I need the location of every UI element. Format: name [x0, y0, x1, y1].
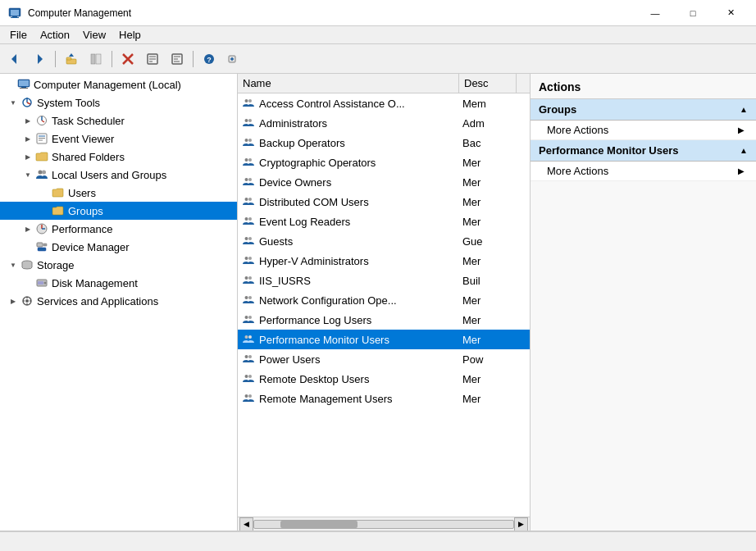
expand-button[interactable]: [222, 48, 245, 71]
action-section-groups[interactable]: Groups ▲: [531, 99, 756, 121]
expand-icon-local: ▼: [21, 168, 34, 181]
list-row[interactable]: IIS_IUSRS Buil: [238, 271, 530, 290]
group-icon: [241, 194, 256, 209]
tree-item-users[interactable]: Users: [0, 184, 237, 202]
tree-label-users: Users: [68, 187, 96, 199]
list-row[interactable]: Guests Gue: [238, 231, 530, 251]
menu-help[interactable]: Help: [112, 27, 148, 43]
menu-file[interactable]: File: [3, 27, 34, 43]
action-item-groups-more-arrow: ▶: [738, 125, 745, 134]
svg-point-73: [248, 257, 252, 260]
list-row[interactable]: Administrators Adm: [238, 113, 530, 133]
list-cell-desc: Mer: [459, 334, 530, 346]
list-row[interactable]: Performance Log Users Mer: [238, 310, 530, 330]
close-button[interactable]: ✕: [712, 0, 749, 26]
tree-item-device-manager[interactable]: Device Manager: [0, 238, 237, 256]
list-cell-desc: Mer: [459, 393, 530, 405]
list-row[interactable]: Hyper-V Administrators Mer: [238, 251, 530, 271]
list-row[interactable]: Access Control Assistance O... Mem: [238, 93, 530, 113]
toolbar-sep-3: [193, 51, 194, 67]
tree-item-disk-management[interactable]: Disk Management: [0, 274, 237, 292]
tree-item-event-viewer[interactable]: ▶ Event Viewer: [0, 130, 237, 148]
tree-item-computer-management[interactable]: Computer Management (Local): [0, 75, 237, 93]
list-cell-name: Cryptographic Operators: [238, 155, 459, 170]
action-section-groups-label: Groups: [539, 103, 576, 116]
tree-item-performance[interactable]: ▶ Performance: [0, 220, 237, 238]
horizontal-scrollbar[interactable]: ◀ ▶: [238, 517, 530, 531]
delete-button[interactable]: [116, 48, 139, 71]
svg-rect-27: [19, 80, 29, 86]
action-section-perf-arrow: ▲: [740, 146, 748, 155]
svg-text:?: ?: [207, 56, 212, 64]
action-item-groups-more[interactable]: More Actions ▶: [531, 121, 756, 140]
list-row[interactable]: Remote Management Users Mer: [238, 389, 530, 408]
actions-pane: Actions Groups ▲ More Actions ▶ Performa…: [531, 74, 756, 531]
list-cell-name: Performance Log Users: [238, 312, 459, 327]
list-row[interactable]: Cryptographic Operators Mer: [238, 153, 530, 172]
menu-action[interactable]: Action: [34, 27, 76, 43]
col-header-desc[interactable]: Desc: [459, 74, 517, 93]
list-row[interactable]: Remote Desktop Users Mer: [238, 369, 530, 389]
app-icon: [7, 5, 23, 21]
storage-icon: [20, 257, 34, 272]
disk-management-icon: [34, 276, 49, 290]
list-row[interactable]: Power Users Pow: [238, 349, 530, 369]
scroll-thumb: [280, 521, 358, 528]
minimize-button[interactable]: —: [636, 0, 674, 26]
svg-marker-4: [11, 54, 16, 64]
back-button[interactable]: [3, 48, 26, 71]
forward-button[interactable]: [28, 48, 51, 71]
tree-item-storage[interactable]: ▼ Storage: [0, 256, 237, 274]
expand-icon-services: ▶: [7, 294, 20, 307]
event-viewer-icon: [34, 131, 49, 146]
list-row-selected[interactable]: Performance Monitor Users Mer: [238, 330, 530, 349]
scroll-right-arrow[interactable]: ▶: [514, 517, 528, 531]
status-bar: [0, 531, 756, 551]
tree-item-shared-folders[interactable]: ▶ Shared Folders: [0, 148, 237, 166]
action-item-perf-more[interactable]: More Actions ▶: [531, 162, 756, 181]
col-header-name[interactable]: Name: [238, 74, 459, 93]
svg-point-87: [248, 394, 252, 398]
window-title: Computer Management: [28, 7, 636, 19]
scroll-left-arrow[interactable]: ◀: [239, 517, 253, 531]
svg-rect-29: [20, 88, 28, 89]
list-cell-desc: Mer: [459, 196, 530, 208]
scroll-track[interactable]: [253, 520, 514, 529]
menu-view[interactable]: View: [76, 27, 112, 43]
properties2-button[interactable]: [166, 48, 189, 71]
show-hide-button[interactable]: [84, 48, 107, 71]
tree-item-services-apps[interactable]: ▶ Services and Applications: [0, 292, 237, 310]
list-row[interactable]: Distributed COM Users Mer: [238, 192, 530, 212]
maximize-button[interactable]: □: [674, 0, 712, 26]
list-row[interactable]: Device Owners Mer: [238, 172, 530, 192]
title-bar: Computer Management — □ ✕: [0, 0, 756, 26]
expand-icon-event: ▶: [21, 132, 34, 145]
list-row[interactable]: Event Log Readers Mer: [238, 212, 530, 231]
group-icon: [241, 293, 256, 307]
group-icon: [241, 234, 256, 248]
tree-item-system-tools[interactable]: ▼ System Tools: [0, 93, 237, 112]
list-row[interactable]: Backup Operators Bac: [238, 133, 530, 153]
svg-point-62: [245, 158, 248, 162]
group-icon: [241, 312, 256, 327]
system-tools-icon: [20, 95, 34, 110]
tree-pane: Computer Management (Local) ▼ System Too…: [0, 74, 238, 531]
tree-label-services-apps: Services and Applications: [37, 295, 158, 307]
up-folder-button[interactable]: [60, 48, 83, 71]
list-body[interactable]: Access Control Assistance O... Mem Admin…: [238, 93, 530, 517]
tree-item-task-scheduler[interactable]: ▶ Task Scheduler: [0, 112, 237, 130]
properties-button[interactable]: [141, 48, 164, 71]
action-section-perf[interactable]: Performance Monitor Users ▲: [531, 140, 756, 162]
svg-point-66: [245, 198, 248, 201]
svg-point-58: [245, 119, 248, 122]
svg-point-56: [245, 99, 248, 102]
list-cell-name: Access Control Assistance O...: [238, 96, 459, 111]
tree-item-groups[interactable]: Groups: [0, 202, 237, 220]
svg-point-77: [248, 296, 252, 299]
tree-item-local-users[interactable]: ▼ Local Users and Groups: [0, 166, 237, 184]
list-cell-name: Remote Desktop Users: [238, 371, 459, 386]
list-row[interactable]: Network Configuration Ope... Mer: [238, 290, 530, 310]
help-button[interactable]: ?: [198, 48, 221, 71]
list-cell-name: Backup Operators: [238, 135, 459, 150]
tree-label-storage: Storage: [37, 259, 75, 271]
